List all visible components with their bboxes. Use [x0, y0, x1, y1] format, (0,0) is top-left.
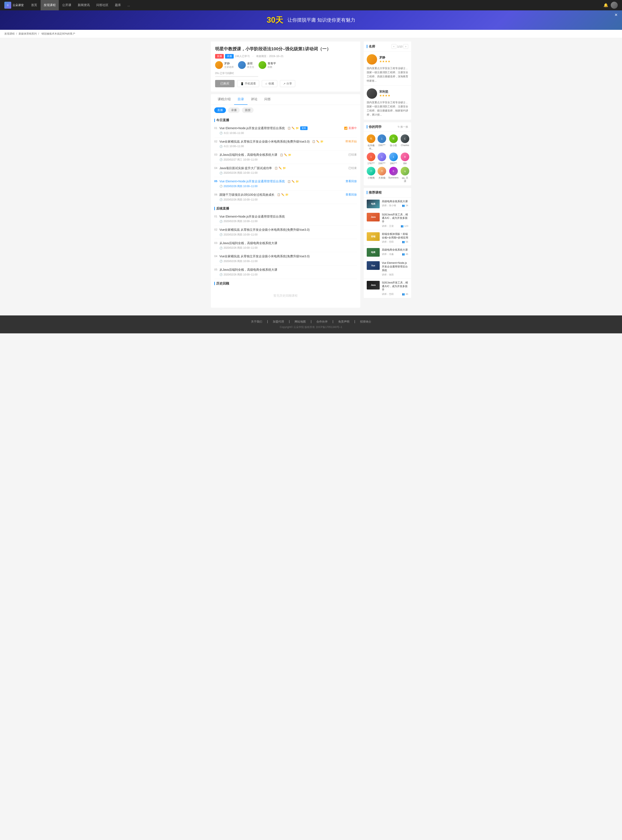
footer-link-recruit[interactable]: 招资纳士	[360, 320, 371, 324]
edit-icon[interactable]: ✏️	[279, 166, 282, 170]
lesson-status[interactable]: 查看回放	[341, 193, 357, 197]
classmate-avatar-10: S	[389, 167, 398, 176]
list-item: 电商 高级电商全线系统大课 讲师：冷鑫 👥 46	[364, 246, 411, 259]
footer-link-about[interactable]: 关于我们	[251, 320, 262, 324]
tab-qa[interactable]: 问答	[261, 94, 274, 105]
folder-icon[interactable]: 📁	[285, 193, 288, 197]
banner-text: 让你摆脱平庸 知识使你更有魅力	[287, 17, 355, 23]
list-item: Vue Vue Element+Node.js开发企业通用管理后台系统 讲师：张…	[364, 259, 411, 278]
tab-comments[interactable]: 评论	[247, 94, 261, 105]
breadcrumb-link-series[interactable]: 新媒体营销系列	[18, 32, 37, 35]
doc-icon[interactable]: 📋	[287, 127, 291, 130]
lesson-status: 已结束	[344, 166, 357, 170]
teacher-card-header-0: 罗静 ★★★★	[367, 54, 408, 64]
refresh-classmates-button[interactable]: ↻ 换一换	[398, 125, 408, 129]
classmates-header: 你的同学 ↻ 换一换	[364, 122, 411, 132]
collect-button[interactable]: ☆ 收藏	[262, 80, 277, 87]
breadcrumb-link-discover[interactable]: 发现课程	[4, 32, 15, 35]
tab-intro[interactable]: 课程介绍	[214, 94, 234, 105]
nav-item-home[interactable]: 首页	[28, 0, 40, 11]
edit-icon[interactable]: ✏️	[291, 127, 295, 130]
rec-meta-2: 讲师：岱田 👥 56	[382, 240, 408, 243]
footer-link-sitemap[interactable]: 网站地图	[294, 320, 306, 324]
lesson-time: 🕐 2020/02/26 周四 10:00–11:00	[220, 185, 341, 188]
list-item: 张 张小田	[388, 134, 398, 150]
edit-icon[interactable]: ✏️	[316, 140, 319, 144]
phone-watch-button[interactable]: 📱 手机观看	[237, 80, 259, 87]
lesson-num: 03	[214, 241, 220, 244]
lesson-link[interactable]: Vue Element+Node.js开发企业通用管理后台系统	[220, 179, 285, 184]
doc-icon[interactable]: 📋	[312, 140, 315, 144]
buy-button[interactable]: 已购买	[215, 80, 235, 87]
filter-offline[interactable]: 面授	[242, 107, 253, 113]
folder-icon[interactable]: 📁	[296, 180, 299, 183]
classmate-avatar-2: 张	[389, 134, 398, 143]
teacher-role-2: 助教	[268, 66, 276, 69]
lesson-name: 从Java后端到全栈，高级电商全栈系统大课	[220, 241, 357, 246]
nav-item-qa[interactable]: 问答社区	[93, 0, 111, 11]
edit-icon[interactable]: ✏️	[291, 180, 295, 183]
banner-highlight: 30天	[267, 15, 283, 26]
nav-item-discover[interactable]: 发现课程	[41, 0, 59, 11]
lesson-time: 🕐 2020/02/26 周四 10:00–11:00	[220, 220, 357, 223]
folder-icon[interactable]: 📁	[296, 127, 299, 130]
classmate-name-8: 小熊熊	[367, 176, 375, 180]
classmate-avatar-11: q	[401, 167, 409, 176]
nav-item-more[interactable]: ...	[124, 0, 133, 11]
lesson-status[interactable]: 查看回放	[341, 179, 357, 183]
today-live-section: 今日直播 01 Vue Element+Node.js开发企业通用管理后台系统 …	[211, 116, 360, 308]
doc-icon[interactable]: 📋	[287, 180, 291, 183]
notification-bell[interactable]: 🔔	[604, 3, 608, 8]
course-students: 246人已学习 · 有效期至：2019–10–21	[235, 55, 286, 58]
filter-live[interactable]: 直播	[214, 107, 226, 113]
rec-title-2: 前端全栈加强版！前端全栈+全周期+多维应用	[382, 232, 408, 240]
doc-icon[interactable]: 📋	[277, 193, 281, 197]
teacher-0: 罗静 主讲老师	[215, 61, 234, 69]
lesson-name: 跟随千万级项目从0到100全过程高效成长 📋 ✏️ 📁	[220, 193, 341, 197]
filter-record[interactable]: 录播	[228, 107, 240, 113]
footer-link-disclaimer[interactable]: 免责声明	[338, 320, 349, 324]
lesson-icons: 📋 ✏️ 📁	[280, 153, 291, 157]
folder-icon[interactable]: 📁	[288, 153, 291, 157]
edit-icon[interactable]: ✏️	[281, 193, 284, 197]
lesson-content: Vue Element+Node.js开发企业通用管理后台系统 📋 ✏️ 📁 🕐…	[220, 179, 341, 188]
rec-meta-3: 讲师：冷鑫 👥 46	[382, 252, 408, 256]
folder-icon[interactable]: 📁	[320, 140, 323, 144]
breadcrumb-current: 销冠修炼术木搞定80%的客户	[41, 32, 75, 35]
tab-catalog[interactable]: 目录	[234, 94, 247, 105]
doc-icon[interactable]: 📋	[274, 166, 278, 170]
teacher-info-1: 凌荷 班主任	[247, 61, 254, 69]
rec-info-2: 前端全栈加强版！前端全栈+全周期+多维应用 讲师：岱田 👥 56	[382, 232, 408, 244]
banner-close-button[interactable]: ✕	[614, 12, 618, 17]
nav-item-problems[interactable]: 题库	[112, 0, 124, 11]
table-row: 02 Vue全家桶实战 从零独立开发企业级小米电商系统(免费升级Vue3.0) …	[214, 226, 357, 239]
footer-link-partner[interactable]: 合作伙伴	[316, 320, 328, 324]
rec-info-0: 高级电商全线系统大课 讲师：张小锋 👥 34	[382, 200, 408, 208]
lesson-time: 🕐 2020/02/26 周四 10:00–11:00	[220, 171, 344, 175]
teachers-next-button[interactable]: ›	[404, 44, 408, 49]
lesson-content: Java项目面试实操 提升大厂面试成功率 📋 ✏️ 📁 🕐 2020/02/26…	[220, 166, 344, 175]
doc-icon[interactable]: 📋	[280, 153, 283, 157]
list-item: 化 化学教书...	[367, 134, 375, 150]
list-item: 1 1567**	[378, 134, 386, 150]
rec-title-0: 高级电商全线系统大课	[382, 200, 408, 203]
lesson-time: 🕐 2020/02/26 周四 10:00–11:00	[220, 273, 357, 276]
nav-item-open[interactable]: 公开课	[59, 0, 74, 11]
teacher-name-2: 青青平	[268, 61, 276, 66]
lesson-name: Vue全家桶实战 从零独立开发企业级小米电商系统(免费升级Vue3.0)	[220, 254, 357, 259]
logo[interactable]: 云 云朵课堂	[4, 2, 24, 9]
lesson-time: 🕐 2020/02/27 周三 10:00–11:00	[220, 158, 344, 162]
classmate-avatar-6: 1	[389, 153, 398, 161]
rec-title-3: 高级电商全线系统大课	[382, 248, 408, 252]
nav-item-news[interactable]: 新闻资讯	[75, 0, 93, 11]
folder-icon[interactable]: 📁	[283, 166, 286, 170]
share-button[interactable]: ↗ 分享	[280, 80, 295, 87]
edit-icon[interactable]: ✏️	[284, 153, 287, 157]
teachers-card: 名师 ‹ 1/10 › 罗静 ★★★★ 国内某重	[364, 41, 411, 120]
teachers-prev-button[interactable]: ‹	[392, 44, 396, 49]
lesson-content: 从Java后端到全栈，高级电商全栈系统大课 🕐 2020/02/26 周四 10…	[220, 241, 357, 250]
classmate-name-10: Summers	[388, 176, 398, 179]
user-avatar[interactable]	[611, 2, 618, 9]
course-header: 明星中教授课，小学阶段语法100分–强化级第1讲动词（一） 直播 录播 246人…	[211, 41, 360, 92]
footer-link-franchise[interactable]: 加盟代理	[273, 320, 284, 324]
